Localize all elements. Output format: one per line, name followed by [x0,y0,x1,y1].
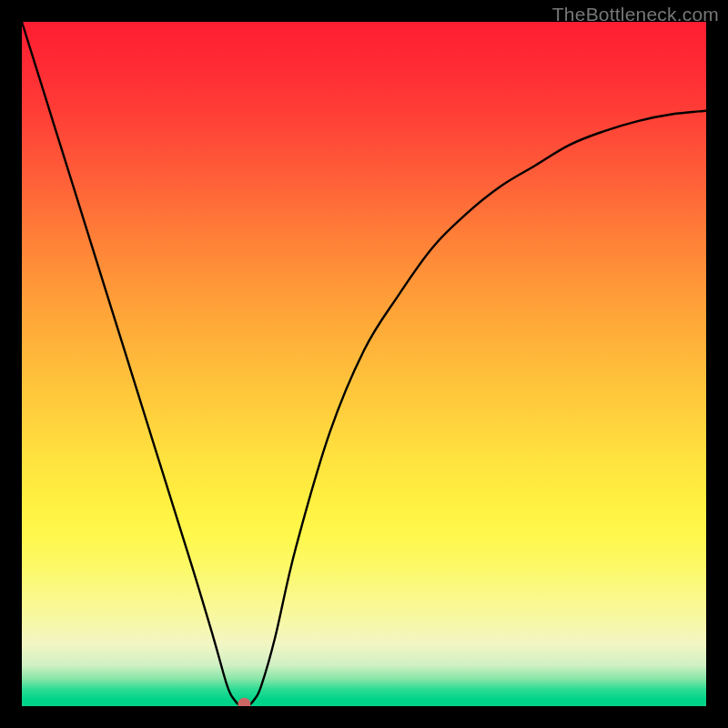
plot-area [22,22,706,706]
chart-frame: TheBottleneck.com [0,0,728,728]
curve-layer [22,22,706,706]
bottleneck-curve [22,22,706,706]
minimum-marker [238,698,250,706]
